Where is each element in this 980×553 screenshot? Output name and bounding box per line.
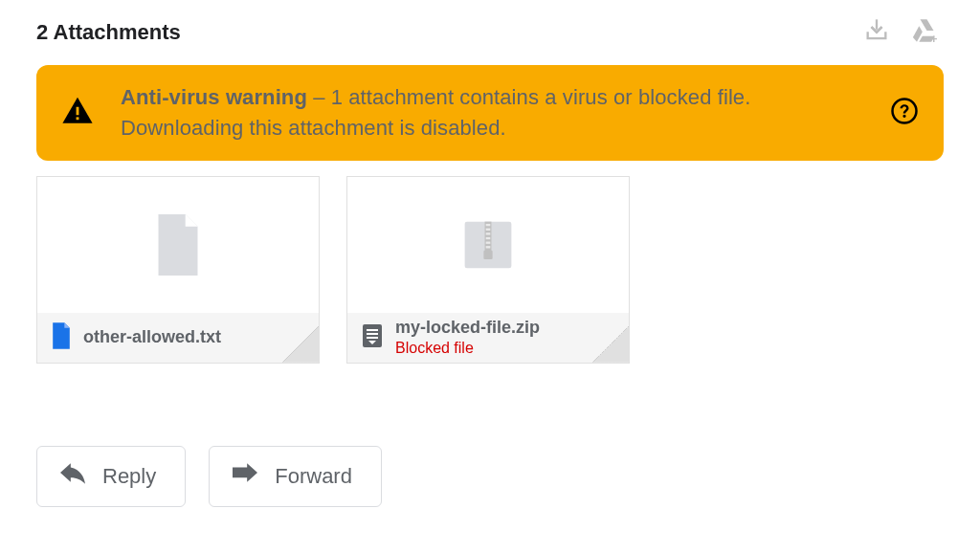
svg-text:+: + — [930, 32, 938, 44]
attachment-tiles: other-allowed.txt — [36, 176, 944, 364]
svg-rect-11 — [486, 246, 491, 248]
svg-rect-8 — [486, 232, 491, 234]
svg-rect-10 — [486, 241, 491, 243]
message-actions: Reply Forward — [36, 446, 944, 507]
svg-rect-1 — [77, 107, 79, 116]
attachment-preview — [347, 177, 629, 313]
attachments-header: 2 Attachments + — [36, 17, 944, 48]
svg-rect-16 — [367, 337, 378, 339]
attachments-title: 2 Attachments — [36, 20, 181, 45]
archive-file-icon — [361, 322, 384, 353]
attachment-tile[interactable]: my-locked-file.zip Blocked file — [346, 176, 630, 364]
attachment-footer: other-allowed.txt — [37, 313, 319, 363]
attachment-preview — [37, 177, 319, 313]
forward-button[interactable]: Forward — [209, 446, 382, 507]
reply-icon — [60, 463, 85, 490]
attachment-tile[interactable]: other-allowed.txt — [36, 176, 320, 364]
warning-separator: – — [307, 85, 331, 109]
file-icon — [153, 214, 203, 276]
svg-rect-12 — [483, 251, 492, 259]
forward-label: Forward — [275, 464, 352, 489]
warning-text: Anti-virus warning – 1 attachment contai… — [121, 82, 863, 144]
forward-icon — [233, 463, 257, 490]
svg-rect-7 — [486, 228, 491, 230]
download-all-icon[interactable] — [863, 17, 890, 48]
svg-rect-2 — [77, 117, 79, 120]
svg-rect-14 — [367, 329, 378, 331]
header-actions: + — [863, 17, 944, 48]
attachment-filename: other-allowed.txt — [83, 327, 221, 347]
warning-icon — [61, 95, 94, 131]
antivirus-warning-banner: Anti-virus warning – 1 attachment contai… — [36, 65, 944, 161]
attachment-filename: my-locked-file.zip — [395, 318, 540, 338]
help-icon[interactable] — [890, 97, 919, 129]
fold-corner — [592, 326, 629, 363]
svg-rect-6 — [486, 224, 491, 226]
blocked-status: Blocked file — [395, 340, 540, 357]
svg-rect-15 — [367, 333, 378, 335]
save-to-drive-icon[interactable]: + — [909, 17, 938, 48]
reply-button[interactable]: Reply — [36, 446, 186, 507]
warning-title: Anti-virus warning — [121, 85, 307, 109]
fold-corner — [282, 326, 319, 363]
attachment-footer: my-locked-file.zip Blocked file — [347, 313, 629, 363]
svg-rect-9 — [486, 237, 491, 239]
reply-label: Reply — [102, 464, 156, 489]
text-file-icon — [51, 322, 72, 353]
zip-icon — [460, 217, 516, 273]
